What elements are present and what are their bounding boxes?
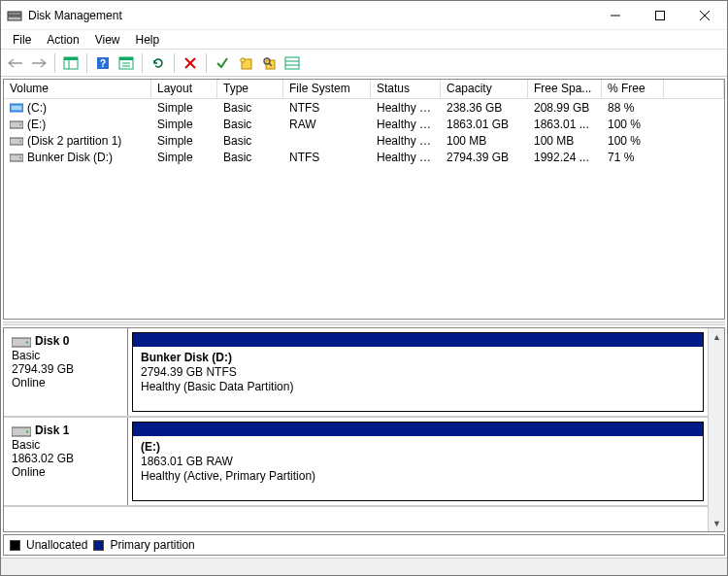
svg-point-37 xyxy=(26,430,28,432)
col-header-status[interactable]: Status xyxy=(371,80,441,98)
cell-status: Healthy (E... xyxy=(371,134,441,148)
volume-name: (C:) xyxy=(27,101,47,115)
menu-action[interactable]: Action xyxy=(39,31,86,49)
cell-fs: RAW xyxy=(283,118,371,131)
disk-state: Online xyxy=(12,465,119,479)
svg-rect-12 xyxy=(119,57,133,60)
new-volume-button[interactable] xyxy=(235,52,256,74)
disk-block[interactable]: Disk 0 Basic 2794.39 GB Online Bunker Di… xyxy=(4,328,708,418)
check-button[interactable] xyxy=(212,52,233,74)
cell-free: 100 MB xyxy=(528,134,602,148)
help-button[interactable]: ? xyxy=(92,52,114,74)
volume-row[interactable]: (E:) Simple Basic RAW Healthy (A... 1863… xyxy=(4,116,724,132)
col-header-rest xyxy=(664,80,724,98)
settings-button[interactable] xyxy=(116,52,137,74)
title-bar: Disk Management xyxy=(1,1,727,30)
col-header-filesystem[interactable]: File System xyxy=(283,80,371,98)
svg-point-18 xyxy=(241,57,245,61)
col-header-layout[interactable]: Layout xyxy=(151,80,217,98)
col-header-pctfree[interactable]: % Free xyxy=(602,80,664,98)
menu-help[interactable]: Help xyxy=(128,31,168,49)
pane-splitter[interactable] xyxy=(3,322,725,325)
partition-health: Healthy (Active, Primary Partition) xyxy=(141,469,695,484)
volume-name: (Disk 2 partition 1) xyxy=(27,134,121,148)
cell-capacity: 100 MB xyxy=(441,134,528,148)
volume-row[interactable]: (C:) Simple Basic NTFS Healthy (B... 238… xyxy=(4,99,724,116)
col-header-volume[interactable]: Volume xyxy=(4,80,151,98)
disk-info: Disk 0 Basic 2794.39 GB Online xyxy=(4,328,128,416)
disk-info: Disk 1 Basic 1863.02 GB Online xyxy=(4,418,128,505)
disk-name: Disk 0 xyxy=(35,334,69,348)
disk-block[interactable]: Disk 1 Basic 1863.02 GB Online (E:) 1863… xyxy=(4,418,708,507)
legend-swatch-primary xyxy=(93,540,104,551)
col-header-capacity[interactable]: Capacity xyxy=(441,80,528,98)
list-view-button[interactable] xyxy=(281,52,303,74)
cell-capacity: 2794.39 GB xyxy=(441,151,528,164)
cell-status: Healthy (B... xyxy=(371,101,441,115)
legend-label-unallocated: Unallocated xyxy=(26,538,87,552)
back-button[interactable] xyxy=(5,52,26,74)
cell-layout: Simple xyxy=(151,101,217,115)
col-header-type[interactable]: Type xyxy=(217,80,283,98)
forward-button[interactable] xyxy=(28,52,50,74)
svg-rect-3 xyxy=(656,11,665,19)
volume-row[interactable]: (Disk 2 partition 1) Simple Basic Health… xyxy=(4,132,724,149)
close-button[interactable] xyxy=(682,1,727,30)
volume-list-pane: Volume Layout Type File System Status Ca… xyxy=(3,79,725,320)
partition-color-bar xyxy=(133,423,703,436)
drive-icon xyxy=(10,152,23,163)
cell-pct: 100 % xyxy=(602,134,664,148)
cell-pct: 100 % xyxy=(602,118,664,131)
vertical-scrollbar[interactable]: ▲ ▼ xyxy=(708,328,724,531)
disk-icon xyxy=(12,424,31,438)
disk-icon xyxy=(12,335,31,349)
cell-free: 208.99 GB xyxy=(528,101,602,115)
menu-file[interactable]: File xyxy=(5,31,39,49)
disk-type: Basic xyxy=(12,349,119,362)
disk-size: 1863.02 GB xyxy=(12,452,119,465)
cell-fs: NTFS xyxy=(283,101,371,115)
svg-text:?: ? xyxy=(100,58,106,69)
find-button[interactable] xyxy=(258,52,280,74)
cell-type: Basic xyxy=(217,101,283,115)
cell-fs: NTFS xyxy=(283,151,371,164)
scroll-down-icon[interactable]: ▼ xyxy=(709,515,725,531)
disk-graphic-pane: Disk 0 Basic 2794.39 GB Online Bunker Di… xyxy=(3,327,725,532)
maximize-button[interactable] xyxy=(638,1,682,30)
show-hide-console-tree-button[interactable] xyxy=(60,52,82,74)
svg-line-4 xyxy=(700,11,710,20)
delete-button[interactable] xyxy=(180,52,201,74)
partition-label: (E:) xyxy=(141,440,695,455)
menu-view[interactable]: View xyxy=(87,31,128,49)
disk-type: Basic xyxy=(12,438,119,452)
svg-rect-1 xyxy=(8,17,21,20)
svg-rect-22 xyxy=(285,57,299,69)
svg-point-33 xyxy=(19,157,21,159)
volume-row[interactable]: Bunker Disk (D:) Simple Basic NTFS Healt… xyxy=(4,149,724,165)
cell-free: 1992.24 ... xyxy=(528,151,602,164)
disk-name: Disk 1 xyxy=(35,424,69,437)
partition-box[interactable]: (E:) 1863.01 GB RAW Healthy (Active, Pri… xyxy=(132,422,704,501)
drive-icon xyxy=(10,135,23,147)
scroll-up-icon[interactable]: ▲ xyxy=(709,328,725,345)
cell-free: 1863.01 ... xyxy=(528,118,602,131)
partition-health: Healthy (Basic Data Partition) xyxy=(141,380,695,394)
cell-pct: 88 % xyxy=(602,101,664,115)
minimize-button[interactable] xyxy=(593,1,638,30)
svg-point-35 xyxy=(26,341,28,343)
cell-type: Basic xyxy=(217,118,283,131)
refresh-button[interactable] xyxy=(148,52,169,74)
col-header-freespace[interactable]: Free Spa... xyxy=(528,80,602,98)
status-bar xyxy=(1,558,727,575)
toolbar: ? xyxy=(1,50,727,77)
window-title: Disk Management xyxy=(28,9,122,22)
volume-name: Bunker Disk (D:) xyxy=(27,151,113,164)
svg-point-31 xyxy=(19,141,21,143)
drive-icon xyxy=(10,119,23,130)
partition-sizefs: 2794.39 GB NTFS xyxy=(141,365,695,380)
partition-label: Bunker Disk (D:) xyxy=(141,351,695,365)
cell-type: Basic xyxy=(217,151,283,164)
legend-label-primary: Primary partition xyxy=(110,538,194,552)
partition-box[interactable]: Bunker Disk (D:) 2794.39 GB NTFS Healthy… xyxy=(132,332,704,412)
svg-point-29 xyxy=(19,124,21,126)
